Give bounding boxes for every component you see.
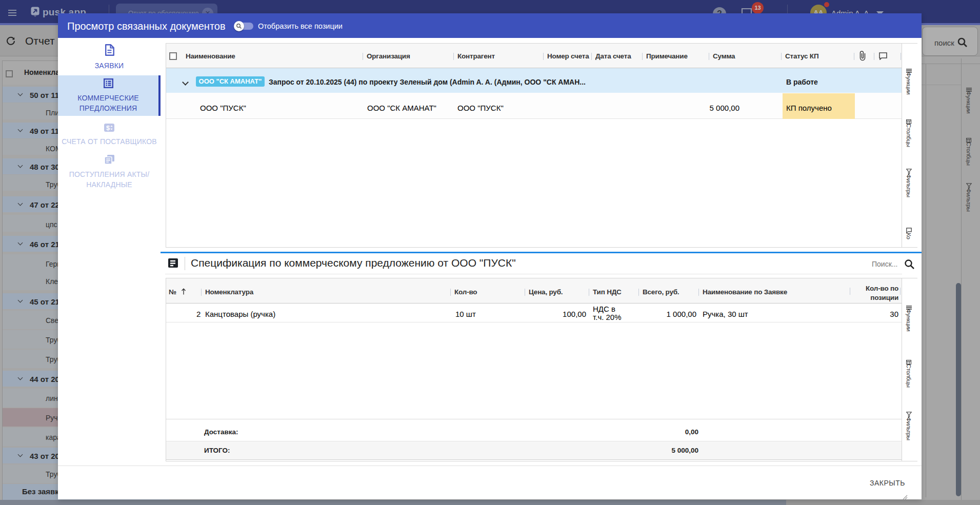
svg-text:$: $ <box>106 124 110 132</box>
